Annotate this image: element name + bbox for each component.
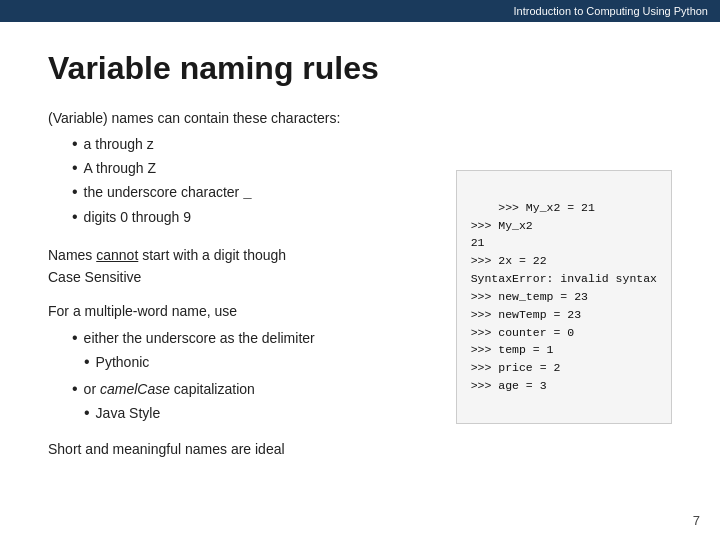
intro-text: (Variable) names can contain these chara…	[48, 107, 672, 129]
short-names-text: Short and meaningful names are ideal	[48, 438, 672, 460]
list-item: a through z	[72, 133, 672, 157]
slide-title: Variable naming rules	[48, 50, 672, 87]
code-content: >>> My_x2 = 21 >>> My_x2 21 >>> 2x = 22 …	[471, 201, 657, 392]
page-number: 7	[693, 513, 700, 528]
top-bar: Introduction to Computing Using Python	[0, 0, 720, 22]
slide-content: Variable naming rules (Variable) names c…	[0, 22, 720, 480]
top-bar-title: Introduction to Computing Using Python	[514, 5, 708, 17]
code-box: >>> My_x2 = 21 >>> My_x2 21 >>> 2x = 22 …	[456, 170, 672, 424]
